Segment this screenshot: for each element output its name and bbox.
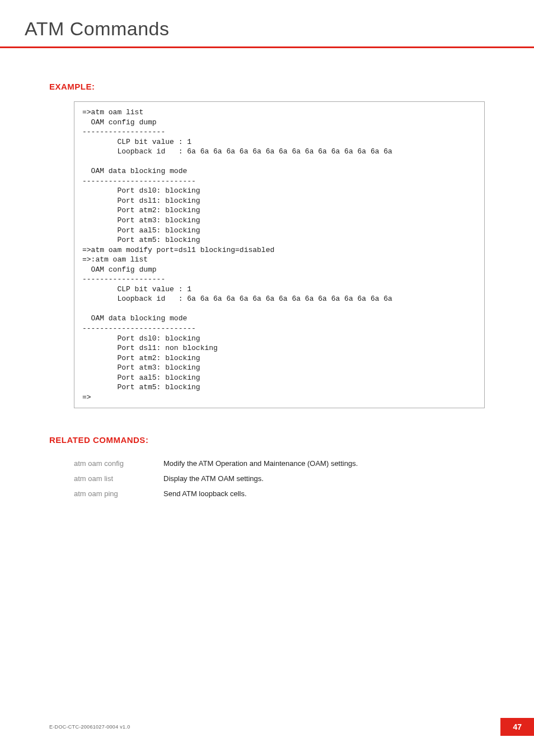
related-command: atm oam ping: [74, 486, 163, 501]
related-row: atm oam list Display the ATM OAM setting…: [74, 471, 358, 486]
page-content: ATM Commands EXAMPLE: =>atm oam list OAM…: [0, 18, 534, 501]
page-footer: E-DOC-CTC-20061027-0004 v1.0 47: [49, 718, 512, 736]
page-number: 47: [500, 718, 534, 736]
related-commands-table: atm oam config Modify the ATM Operation …: [74, 456, 358, 501]
example-heading: EXAMPLE:: [49, 82, 485, 91]
related-description: Modify the ATM Operation and Maintenance…: [163, 456, 358, 471]
related-command: atm oam list: [74, 471, 163, 486]
page-title: ATM Commands: [25, 18, 485, 40]
title-underline: [0, 46, 534, 48]
code-block: =>atm oam list OAM config dump ---------…: [74, 101, 485, 408]
related-command: atm oam config: [74, 456, 163, 471]
document-id: E-DOC-CTC-20061027-0004 v1.0: [49, 724, 130, 730]
related-commands-heading: RELATED COMMANDS:: [49, 435, 485, 445]
related-row: atm oam config Modify the ATM Operation …: [74, 456, 358, 471]
related-row: atm oam ping Send ATM loopback cells.: [74, 486, 358, 501]
related-description: Send ATM loopback cells.: [163, 486, 358, 501]
related-description: Display the ATM OAM settings.: [163, 471, 358, 486]
